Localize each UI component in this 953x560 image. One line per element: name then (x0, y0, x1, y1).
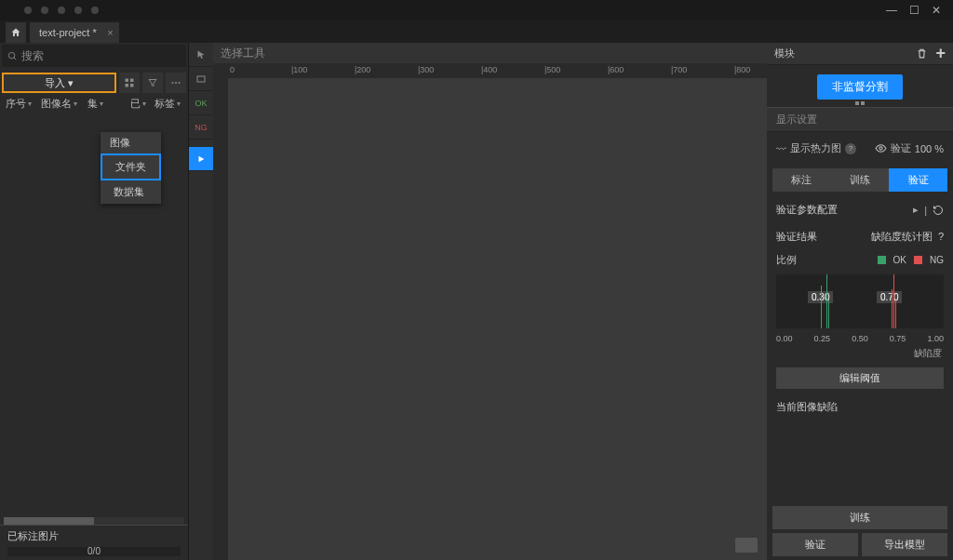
horizontal-scrollbar[interactable] (4, 517, 184, 525)
more-button[interactable] (166, 73, 186, 93)
svg-line-1 (14, 57, 16, 59)
ruler-horizontal: 0 |100 |200 |300 |400 |500 |600 |700 |80… (213, 63, 767, 78)
grid-view-button[interactable] (119, 73, 140, 93)
import-button[interactable]: 导入 ▾ (2, 73, 116, 93)
project-tab-label: text-project * (39, 27, 97, 38)
module-header: 模块 + (767, 43, 953, 65)
home-tab[interactable] (6, 22, 26, 43)
ng-value-label: 0.70 (877, 291, 902, 303)
play-icon (196, 154, 206, 164)
search-placeholder: 搜索 (21, 48, 44, 64)
column-headers: 序号 图像名 集 已 标签 (0, 93, 188, 114)
home-icon (10, 27, 21, 38)
display-settings-header: 显示设置 (767, 107, 953, 132)
ng-label: NG (930, 255, 944, 265)
ok-color-chip (878, 256, 886, 264)
filter-button[interactable] (142, 73, 163, 93)
heatmap-toggle-icon: 〰 (776, 143, 786, 154)
eye-icon[interactable] (875, 142, 887, 154)
canvas-toolbar: 选择工具 (213, 43, 767, 63)
verify-button[interactable]: 验证 (772, 533, 858, 556)
traffic-lights (24, 7, 99, 14)
svg-point-0 (8, 52, 14, 58)
dropdown-header: 图像 (101, 132, 161, 153)
mode-tabs: 标注 训练 验证 (772, 168, 947, 192)
close-button[interactable]: ✕ (925, 0, 947, 20)
right-panel: 模块 + 非监督分割 显示设置 〰 显示热力图 ? 验证 100 % 标注 (767, 43, 953, 560)
project-tab[interactable]: text-project * × (30, 22, 119, 43)
left-panel: 搜索 导入 ▾ 序号 图像名 集 已 标签 (0, 43, 189, 560)
svg-rect-2 (126, 79, 129, 83)
heatmap-help-icon[interactable]: ? (845, 143, 856, 154)
x-axis-label: 缺陷度 (767, 345, 953, 362)
keyboard-icon[interactable] (735, 538, 758, 553)
svg-rect-9 (197, 76, 205, 82)
svg-point-10 (879, 147, 882, 150)
col-set[interactable]: 集 (82, 97, 108, 111)
train-button[interactable]: 训练 (772, 506, 947, 529)
cursor-icon (195, 49, 207, 60)
export-model-button[interactable]: 导出模型 (862, 533, 947, 556)
module-handles[interactable] (855, 101, 865, 105)
tool-strip: OK NG (189, 43, 213, 560)
reset-icon[interactable] (933, 205, 944, 216)
ratio-label: 比例 (776, 253, 797, 267)
svg-point-6 (172, 82, 174, 84)
filter-icon (147, 77, 158, 88)
heatmap-label: 显示热力图 (790, 141, 841, 155)
tab-bar: text-project * × (0, 20, 953, 43)
labeled-section: 已标注图片 0/0 (0, 525, 188, 560)
maximize-button[interactable]: ☐ (903, 0, 925, 20)
chevron-right-icon: ▸ (913, 204, 919, 216)
chart-x-axis: 0.00 0.25 0.50 0.75 1.00 (776, 334, 944, 343)
svg-point-8 (179, 82, 181, 84)
minimize-button[interactable]: — (880, 0, 903, 20)
svg-rect-5 (130, 84, 134, 87)
trash-icon[interactable] (916, 47, 928, 60)
verify-params-label: 验证参数配置 (776, 203, 838, 217)
result-title: 验证结果 (776, 230, 817, 244)
mode-train[interactable]: 训练 (831, 168, 890, 192)
ok-label: OK (893, 255, 906, 265)
segmentation-module-button[interactable]: 非监督分割 (817, 74, 903, 100)
ruler-vertical (213, 78, 228, 560)
edit-threshold-button[interactable]: 编辑阈值 (776, 367, 944, 389)
tool-cursor[interactable] (189, 43, 213, 67)
module-label: 模块 (774, 47, 795, 60)
svg-rect-4 (126, 84, 129, 87)
tool-rect[interactable] (189, 67, 213, 91)
tool-ng-tag[interactable]: NG (189, 115, 213, 140)
mode-annotate[interactable]: 标注 (772, 168, 831, 192)
defect-help-icon[interactable]: ? (938, 231, 944, 242)
labeled-count: 0/0 (87, 546, 101, 556)
add-module-button[interactable]: + (935, 44, 946, 63)
svg-rect-3 (130, 79, 134, 83)
verify-percent: 100 % (915, 143, 944, 154)
col-done[interactable]: 已 (125, 97, 151, 111)
mode-verify[interactable]: 验证 (889, 168, 947, 192)
current-defect-label: 当前图像缺陷 (767, 394, 953, 420)
canvas[interactable] (213, 78, 767, 560)
tool-ok-tag[interactable]: OK (189, 91, 213, 115)
col-tags[interactable]: 标签 (151, 97, 184, 111)
select-tool-label: 选择工具 (221, 46, 265, 61)
verify-params-row[interactable]: 验证参数配置 ▸ | (767, 195, 953, 224)
divider: | (924, 205, 927, 216)
search-input[interactable]: 搜索 (2, 45, 186, 67)
titlebar: — ☐ ✕ (0, 0, 953, 20)
col-image-name[interactable]: 图像名 (35, 97, 82, 111)
verify-label: 验证 (891, 141, 911, 155)
close-tab-icon[interactable]: × (107, 27, 113, 38)
dropdown-item-folder[interactable]: 文件夹 (101, 153, 161, 180)
col-index[interactable]: 序号 (2, 97, 35, 111)
rect-icon (195, 73, 207, 85)
defect-histogram: 0.30 0.70 (776, 274, 944, 328)
ellipsis-icon (170, 77, 181, 88)
import-dropdown: 图像 文件夹 数据集 (101, 132, 161, 204)
labeled-title: 已标注图片 (7, 529, 181, 543)
dropdown-item-dataset[interactable]: 数据集 (101, 180, 161, 204)
labeled-progress: 0/0 (7, 547, 181, 556)
tool-run[interactable] (189, 147, 213, 171)
grid-icon (124, 77, 135, 88)
import-label: 导入 ▾ (45, 76, 74, 90)
